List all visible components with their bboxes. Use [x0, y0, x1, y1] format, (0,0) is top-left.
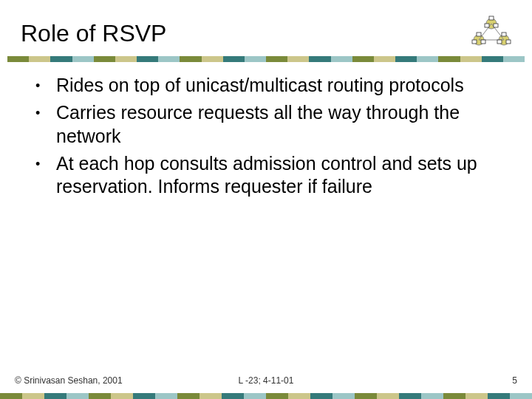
svg-rect-13 [497, 40, 502, 44]
footer-lecture-info: L -23; 4-11-01 [15, 375, 517, 386]
title-underline-stripe [7, 56, 525, 62]
bullet-item: Rides on top of unicast/multicast routin… [30, 74, 510, 97]
svg-rect-10 [472, 40, 477, 44]
svg-rect-7 [485, 24, 489, 27]
title-row: Role of RSVP [21, 15, 517, 52]
svg-rect-11 [481, 40, 485, 44]
content-area: Rides on top of unicast/multicast routin… [30, 74, 510, 202]
network-cluster-icon [466, 15, 517, 52]
svg-rect-12 [502, 33, 506, 36]
bullet-item: Carries resource requests all the way th… [30, 101, 510, 148]
footer-row: © Srinivasan Seshan, 2001 L -23; 4-11-01… [15, 375, 517, 386]
svg-rect-9 [477, 33, 481, 36]
svg-rect-14 [506, 40, 511, 44]
bottom-stripe [0, 393, 532, 399]
slide-title: Role of RSVP [21, 20, 166, 47]
bullet-item: At each hop consults admission control a… [30, 152, 510, 199]
svg-rect-8 [494, 24, 498, 27]
bullet-list: Rides on top of unicast/multicast routin… [30, 74, 510, 198]
svg-rect-6 [489, 16, 494, 20]
